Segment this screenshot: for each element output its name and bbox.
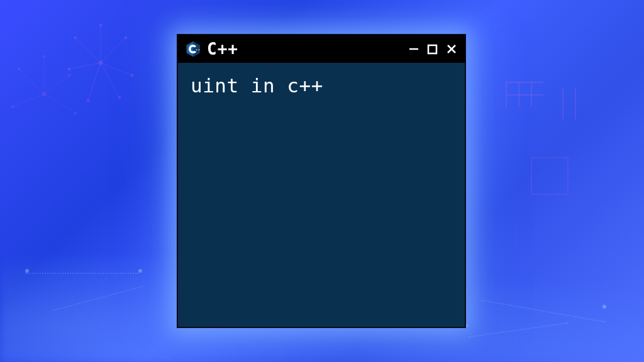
svg-text:+: + — [196, 48, 197, 51]
svg-rect-29 — [506, 82, 543, 83]
decoration-grid — [499, 75, 625, 151]
window-controls — [408, 43, 458, 55]
svg-rect-38 — [428, 45, 436, 53]
svg-point-9 — [125, 36, 127, 39]
svg-rect-31 — [562, 88, 564, 119]
svg-point-24 — [74, 112, 77, 114]
window-title: C++ — [207, 40, 403, 58]
app-window: + + C++ uint in c++ — [177, 34, 466, 328]
cpp-logo-icon: + + — [184, 40, 202, 58]
decoration-node — [602, 305, 606, 309]
svg-point-14 — [118, 96, 121, 99]
svg-point-11 — [131, 74, 133, 77]
svg-point-12 — [99, 24, 102, 26]
svg-line-16 — [19, 69, 44, 94]
svg-line-19 — [44, 94, 75, 113]
svg-line-17 — [44, 75, 69, 94]
close-button[interactable] — [446, 43, 458, 55]
svg-rect-30 — [506, 94, 543, 96]
decoration-line — [25, 273, 138, 274]
svg-point-21 — [18, 68, 20, 70]
maximize-button[interactable] — [427, 44, 440, 55]
svg-point-23 — [11, 106, 14, 108]
decoration-node — [138, 269, 142, 273]
svg-rect-32 — [575, 88, 576, 119]
code-text: uint in c++ — [191, 74, 452, 97]
minimize-button[interactable] — [408, 43, 421, 55]
decoration-node — [25, 269, 29, 273]
titlebar[interactable]: + + C++ — [178, 35, 465, 63]
svg-point-25 — [43, 55, 45, 58]
svg-point-22 — [68, 74, 70, 77]
svg-text:+: + — [198, 48, 200, 51]
svg-line-18 — [13, 94, 44, 107]
decoration-starburst-2 — [0, 38, 113, 151]
decoration-rect — [531, 157, 569, 195]
window-content: uint in c++ — [178, 63, 465, 327]
